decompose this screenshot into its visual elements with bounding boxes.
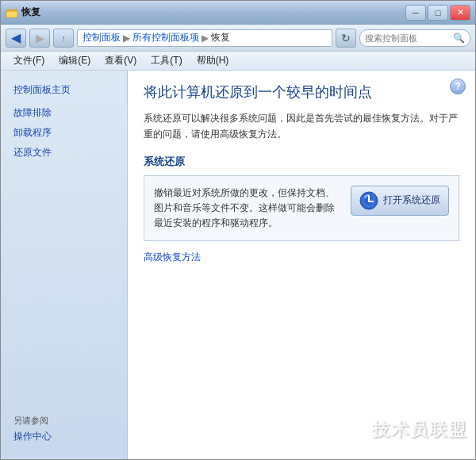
- sidebar-item-restore-files[interactable]: 还原文件: [1, 143, 127, 163]
- restore-icon: [359, 191, 378, 210]
- title-bar: 恢复 ─ □ ✕: [1, 1, 475, 25]
- breadcrumb-sep-1: ▶: [123, 33, 130, 44]
- menu-bar: 文件(F) 编辑(E) 查看(V) 工具(T) 帮助(H): [1, 52, 475, 71]
- sidebar: 控制面板主页 故障排除 卸载程序 还原文件 另请参阅 操作中心: [1, 71, 128, 459]
- refresh-button[interactable]: ↻: [336, 29, 356, 48]
- restore-section: 撤销最近对系统所做的更改，但保持文档、图片和音乐等文件不变。这样做可能会删除最近…: [144, 175, 459, 242]
- breadcrumb-item-1[interactable]: 控制面板: [83, 31, 121, 44]
- menu-view[interactable]: 查看(V): [98, 52, 143, 69]
- menu-help[interactable]: 帮助(H): [190, 52, 236, 69]
- menu-tools[interactable]: 工具(T): [144, 52, 188, 69]
- up-button[interactable]: ↑: [53, 29, 74, 48]
- restore-description: 撤销最近对系统所做的更改，但保持文档、图片和音乐等文件不变。这样做可能会删除最近…: [154, 186, 343, 232]
- advanced-recovery-link[interactable]: 高级恢复方法: [144, 251, 201, 263]
- page-title: 将此计算机还原到一个较早的时间点: [144, 83, 459, 102]
- restore-btn-label: 打开系统还原: [383, 194, 440, 207]
- close-button[interactable]: ✕: [450, 5, 470, 21]
- restore-button[interactable]: □: [428, 5, 448, 21]
- content-panel: ? 将此计算机还原到一个较早的时间点 系统还原可以解决很多系统问题，因此是首先尝…: [128, 71, 475, 459]
- breadcrumb-item-2[interactable]: 所有控制面板项: [132, 31, 199, 44]
- title-bar-left: 恢复: [6, 6, 40, 19]
- watermark-line2: www.jsgho.com: [372, 442, 467, 453]
- sidebar-footer: 另请参阅 操作中心: [1, 407, 127, 451]
- folder-icon: [6, 6, 18, 19]
- svg-rect-1: [6, 11, 17, 17]
- help-icon[interactable]: ?: [450, 79, 466, 94]
- sidebar-footer-link-action-center[interactable]: 操作中心: [13, 430, 114, 443]
- breadcrumb: 控制面板 ▶ 所有控制面板项 ▶ 恢复: [77, 29, 332, 47]
- sidebar-item-uninstall[interactable]: 卸载程序: [1, 123, 127, 143]
- sidebar-section-home: 控制面板主页: [1, 83, 127, 97]
- main-window: 恢复 ─ □ ✕ ◀ ▶ ↑ 控制面板 ▶ 所有控制面板项 ▶ 恢复 ↻ 🔍 文…: [0, 0, 476, 460]
- menu-edit[interactable]: 编辑(E): [52, 52, 97, 69]
- title-bar-buttons: ─ □ ✕: [405, 5, 470, 21]
- page-description: 系统还原可以解决很多系统问题，因此是首先尝试的最佳恢复方法。对于严重的问题，请使…: [144, 111, 459, 141]
- watermark: 技术员联盟 www.jsgho.com: [372, 418, 467, 453]
- back-button[interactable]: ◀: [6, 29, 26, 48]
- address-bar: ◀ ▶ ↑ 控制面板 ▶ 所有控制面板项 ▶ 恢复 ↻ 🔍: [1, 25, 475, 52]
- sidebar-item-troubleshoot[interactable]: 故障排除: [1, 103, 127, 123]
- search-icon: 🔍: [453, 33, 465, 44]
- main-area: 控制面板主页 故障排除 卸载程序 还原文件 另请参阅 操作中心 ? 将此计算机还…: [1, 71, 475, 459]
- forward-button[interactable]: ▶: [29, 29, 50, 48]
- sidebar-spacer: [1, 163, 127, 407]
- breadcrumb-item-3: 恢复: [211, 31, 230, 44]
- window-title: 恢复: [21, 6, 40, 19]
- minimize-button[interactable]: ─: [405, 5, 426, 21]
- menu-file[interactable]: 文件(F): [7, 52, 51, 69]
- sidebar-item-home[interactable]: 控制面板主页: [1, 81, 83, 98]
- watermark-line1: 技术员联盟: [372, 418, 467, 442]
- section-title-restore: 系统还原: [144, 155, 459, 169]
- open-restore-button[interactable]: 打开系统还原: [351, 186, 449, 216]
- breadcrumb-sep-2: ▶: [202, 33, 209, 44]
- search-input[interactable]: [365, 33, 450, 43]
- sidebar-footer-title: 另请参阅: [13, 415, 114, 427]
- search-bar: 🔍: [359, 29, 470, 47]
